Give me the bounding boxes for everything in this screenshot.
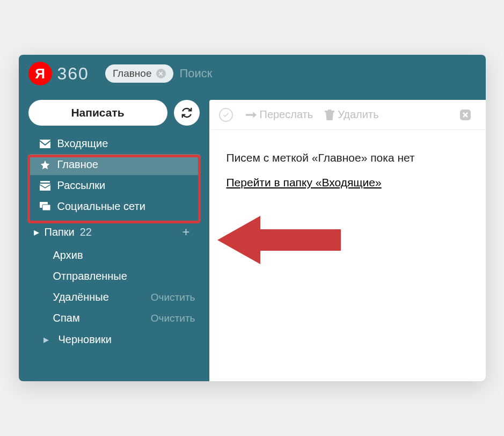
sidebar-item-spam[interactable]: Спам Очистить [27, 308, 201, 329]
svg-rect-0 [40, 140, 50, 148]
search-chip-label: Главное [113, 68, 152, 79]
delete-button[interactable]: Удалить [320, 106, 383, 123]
svg-rect-1 [40, 181, 50, 183]
sidebar-item-label: Архив [53, 249, 83, 261]
search-chip[interactable]: Главное ✕ [105, 64, 173, 83]
goto-inbox-link[interactable]: Перейти в папку «Входящие» [227, 172, 382, 193]
sidebar-item-label: Черновики [59, 333, 112, 346]
toolbar-label: Удалить [338, 108, 378, 121]
sidebar-item-label: Социальные сети [57, 200, 145, 213]
sidebar-item-label: Отправленные [53, 270, 127, 282]
search-bar[interactable]: Главное ✕ Поиск [105, 64, 213, 83]
add-folder-button[interactable]: + [182, 224, 194, 239]
clear-spam-button[interactable]: Очистить [151, 313, 195, 324]
sidebar-item-newsletters[interactable]: Рассылки [27, 175, 201, 196]
forward-button[interactable]: Переслать [242, 106, 318, 123]
chat-icon [39, 201, 51, 213]
sidebar-item-label: Рассылки [57, 179, 106, 192]
more-button[interactable] [455, 106, 476, 123]
folders-label: Папки [45, 226, 75, 238]
star-icon [39, 159, 51, 171]
sidebar-item-label: Спам [53, 312, 80, 324]
topbar: Я 360 Главное ✕ Поиск [19, 55, 486, 92]
sidebar-item-inbox[interactable]: Входящие [27, 133, 201, 154]
sidebar-item-main[interactable]: Главное [27, 154, 201, 175]
content-pane: Переслать Удалить Писем с меткой «Главно… [209, 100, 486, 381]
select-all-checkbox[interactable] [219, 108, 233, 122]
sidebar-item-label: Главное [57, 158, 98, 171]
toolbar: Переслать Удалить [209, 100, 486, 130]
sidebar-folders[interactable]: ▸ Папки 22 + [24, 217, 204, 245]
arrow-right-icon [246, 111, 257, 119]
compose-button[interactable]: Написать [28, 100, 167, 126]
toolbar-label: Переслать [260, 108, 313, 121]
sidebar-item-social[interactable]: Социальные сети [27, 196, 201, 217]
refresh-icon [181, 107, 193, 119]
logo-icon: Я [28, 62, 52, 85]
stack-icon [39, 180, 51, 192]
chevron-right-icon: ▸ [43, 333, 52, 346]
close-icon[interactable]: ✕ [156, 69, 166, 78]
svg-rect-6 [328, 110, 331, 111]
sidebar-item-label: Удалённые [53, 291, 109, 303]
search-input[interactable]: Поиск [180, 67, 213, 81]
sidebar-item-drafts[interactable]: ▸ Черновики [27, 329, 201, 350]
close-badge-icon [459, 108, 472, 121]
sidebar-item-label: Входящие [57, 137, 108, 150]
mail-icon [39, 138, 51, 150]
clear-deleted-button[interactable]: Очистить [151, 292, 195, 303]
refresh-button[interactable] [174, 100, 200, 126]
sidebar-item-archive[interactable]: Архив [27, 245, 201, 266]
empty-state-text: Писем с меткой «Главное» пока нет [227, 147, 469, 169]
svg-rect-4 [42, 205, 50, 210]
trash-icon [325, 110, 334, 120]
logo-text: 360 [57, 64, 89, 84]
sidebar-item-sent[interactable]: Отправленные [27, 266, 201, 287]
check-icon [222, 111, 230, 119]
sidebar: Написать Вхо [19, 92, 209, 381]
logo[interactable]: Я 360 [28, 62, 89, 85]
chevron-right-icon: ▸ [34, 226, 39, 238]
svg-rect-2 [40, 184, 50, 191]
folders-count: 22 [80, 226, 92, 238]
sidebar-item-deleted[interactable]: Удалённые Очистить [27, 287, 201, 308]
